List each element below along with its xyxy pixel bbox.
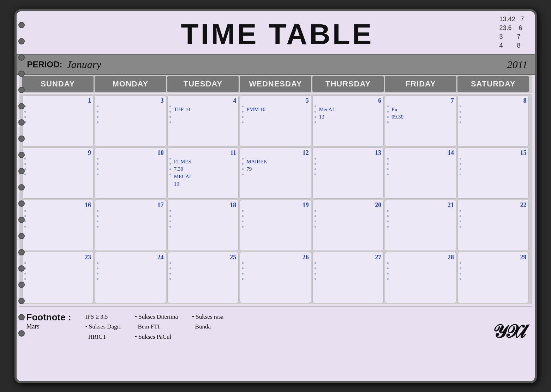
- calendar-grid: 134TBP 105PMM 106MecAL137Pic09.30891011E…: [19, 94, 532, 304]
- cell-content: TBP 10: [174, 106, 236, 113]
- cell-bullets: [387, 158, 389, 175]
- calendar-cell: 29: [457, 252, 529, 303]
- bullet-dot: [242, 105, 244, 107]
- bullet-dot: [97, 163, 98, 165]
- calendar-cell: 7Pic09.30: [385, 95, 456, 146]
- calendar-cell: 24: [95, 252, 166, 303]
- calendar-cell: 3: [95, 95, 166, 146]
- cell-date-number: 7: [391, 97, 454, 104]
- period-label: PERIOD:: [27, 60, 62, 70]
- bullet-dot: [169, 163, 171, 165]
- calendar-cell: 18: [167, 200, 239, 251]
- bullet-dot: [97, 158, 98, 159]
- bullet-dot: [387, 163, 389, 165]
- bullet-dot: [242, 278, 244, 280]
- cell-date-number: 4: [174, 97, 236, 104]
- calendar-cell: 20: [312, 200, 384, 251]
- bullet-dot: [169, 221, 171, 222]
- bullet-dot: [169, 215, 171, 217]
- calendar-cell: 11ELMES7.30MECAL10: [167, 147, 239, 199]
- calendar-cell: 21: [385, 200, 456, 251]
- calendar-cell: 5PMM 10: [240, 95, 311, 146]
- cell-date-number: 15: [464, 149, 527, 157]
- footnote-col3: • Sukses rasa Bunda: [192, 312, 223, 332]
- footnote-col2: • Sukses Diterima Bem FTI• Sukses PaCul: [135, 312, 178, 343]
- bullet-dot: [387, 111, 389, 113]
- bullet-dot: [460, 262, 461, 264]
- footnote-label: Footnote :: [26, 312, 71, 323]
- bullet-dot: [315, 221, 316, 222]
- bullet-dot: [242, 111, 244, 113]
- signature: 𝒴𝒳𝓁: [492, 321, 525, 342]
- bullet-dot: [315, 273, 316, 275]
- bullet-dot: [460, 121, 461, 123]
- cell-date-number: 29: [464, 254, 527, 261]
- bullet-dot: [97, 278, 98, 280]
- calendar-cell: 19: [240, 200, 311, 251]
- bullet-dot: [97, 111, 98, 113]
- bullet-dot: [315, 174, 316, 175]
- bullet-dot: [387, 278, 389, 280]
- bullet-dot: [315, 105, 316, 107]
- calendar-cell: 17: [95, 200, 166, 251]
- calendar-cell: 13: [312, 147, 384, 199]
- calendar-cell: 16: [22, 200, 94, 251]
- bullet-dot: [387, 116, 389, 118]
- bullet-dot: [387, 174, 389, 175]
- bullet-dot: [387, 210, 389, 212]
- bullet-dot: [242, 267, 244, 269]
- cell-date-number: 14: [391, 149, 454, 157]
- bullet-dot: [242, 158, 244, 159]
- bullet-dot: [97, 116, 98, 118]
- cell-date-number: 23: [29, 254, 91, 261]
- cell-bullets: [315, 158, 316, 175]
- bullet-dot: [169, 168, 171, 170]
- bullet-dot: [169, 226, 171, 228]
- cell-date-number: 19: [246, 201, 309, 209]
- bullet-dot: [169, 267, 171, 269]
- cell-date-number: 10: [101, 149, 164, 157]
- bullet-dot: [460, 163, 461, 165]
- bullet-dot: [169, 105, 171, 107]
- day-monday: MONDAY: [95, 76, 166, 92]
- cell-date-number: 1: [29, 97, 91, 104]
- cell-bullets: [242, 210, 244, 228]
- bullet-dot: [387, 273, 389, 275]
- cell-bullets: [169, 210, 171, 228]
- cell-bullets: [315, 262, 316, 280]
- bullet-dot: [460, 168, 461, 170]
- timetable-board: TIME TABLE 13.42 7 23.6 6 3 7 4 8 PERIOD…: [14, 9, 537, 383]
- bullet-dot: [242, 121, 244, 123]
- day-friday: FRIDAY: [385, 76, 456, 92]
- bullet-dot: [460, 116, 461, 118]
- bullet-dot: [315, 121, 316, 123]
- cell-date-number: 9: [29, 149, 91, 157]
- bullet-dot: [242, 163, 244, 165]
- bullet-dot: [242, 221, 244, 222]
- cell-date-number: 17: [101, 201, 164, 209]
- day-headers: SUNDAY MONDAY TUESDAY WEDNESDAY THURSDAY…: [19, 75, 532, 93]
- bullet-dot: [169, 174, 171, 175]
- bullet-dot: [460, 226, 461, 228]
- cell-date-number: 3: [101, 97, 164, 104]
- bullet-dot: [460, 273, 461, 275]
- cell-bullets: [242, 105, 244, 123]
- bullet-dot: [315, 116, 316, 118]
- footnote-col1: IPS ≥ 3,5• Sukses Dagri HRICT: [85, 312, 121, 343]
- cell-bullets: [97, 158, 98, 175]
- calendar-cell: 14: [385, 147, 456, 199]
- bullet-dot: [242, 168, 244, 170]
- calendar-cell: 15: [457, 147, 529, 199]
- bullet-dot: [315, 267, 316, 269]
- calendar-cell: 10: [95, 147, 166, 199]
- bullet-dot: [97, 221, 98, 222]
- bullet-dot: [387, 105, 389, 107]
- cell-bullets: [315, 210, 316, 228]
- cell-content: MecAL13: [319, 106, 382, 121]
- cell-date-number: 18: [174, 201, 236, 209]
- cell-date-number: 24: [101, 254, 164, 261]
- cell-date-number: 8: [464, 97, 527, 104]
- bullet-dot: [242, 215, 244, 217]
- bullet-dot: [387, 168, 389, 170]
- bullet-dot: [242, 174, 244, 175]
